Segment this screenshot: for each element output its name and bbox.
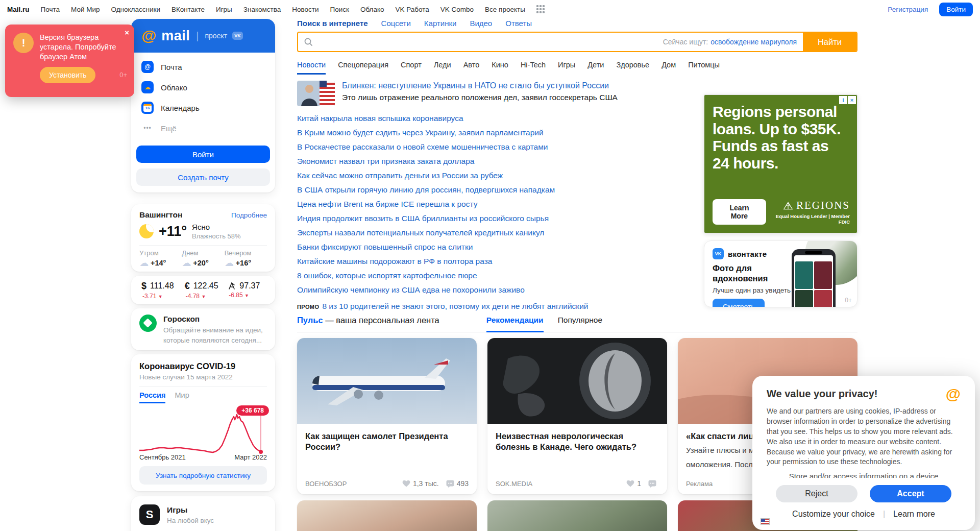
- mail-logo-header[interactable]: @ mail | проект VK: [131, 19, 275, 53]
- comments-count[interactable]: [648, 480, 659, 488]
- vk-watch-button[interactable]: Смотреть: [713, 299, 765, 307]
- pulse-card-partial[interactable]: [487, 500, 667, 531]
- card-source[interactable]: SOK.MEDIA: [496, 480, 532, 488]
- cookie-consent-dialog: We value your privacy! @ We and our part…: [752, 376, 975, 530]
- topnav-link-igry[interactable]: Игры: [216, 6, 232, 13]
- install-atom-button[interactable]: Установить: [40, 67, 95, 83]
- topnav-link-all-projects[interactable]: Все проекты: [485, 6, 525, 13]
- search-input[interactable]: [318, 33, 663, 51]
- news-link[interactable]: Китайские машины подорожают в РФ в полто…: [297, 257, 492, 266]
- mail-at-logo-icon: @: [946, 388, 961, 400]
- news-link[interactable]: Индия продолжит ввозить в США бриллианты…: [297, 214, 549, 223]
- currency-rates-widget[interactable]: $111.48 -3.71 ▼ €122.45 -4.78 ▼ 97.37 -6…: [131, 276, 275, 304]
- cookie-accept-button[interactable]: Accept: [870, 485, 951, 502]
- news-tab-zdorovie[interactable]: Здоровье: [616, 61, 649, 75]
- regions-learn-more-button[interactable]: Learn More: [713, 199, 766, 225]
- cookie-customize-link[interactable]: Customize your choice: [792, 510, 875, 519]
- news-tab-igry[interactable]: Игры: [558, 61, 575, 75]
- news-tab-novosti[interactable]: Новости: [297, 61, 326, 75]
- news-tab-avto[interactable]: Авто: [463, 61, 480, 75]
- news-link[interactable]: Банки фиксируют повышенный спрос на слит…: [297, 243, 473, 251]
- create-mail-button[interactable]: Создать почту: [136, 168, 270, 186]
- sidebar-item-cloud[interactable]: ☁ Облако: [135, 77, 271, 98]
- comments-count[interactable]: 493: [446, 479, 469, 488]
- likes-count[interactable]: 1: [626, 479, 641, 488]
- pulse-card-airplane[interactable]: Как защищен самолет Президента России? В…: [297, 338, 477, 494]
- covid-tab-world[interactable]: Мир: [175, 391, 189, 403]
- topnav-link-moymir[interactable]: Мой Мир: [71, 6, 100, 13]
- news-tab-kino[interactable]: Кино: [492, 61, 508, 75]
- pulse-tab-popular[interactable]: Популярное: [558, 316, 602, 332]
- news-link[interactable]: Китай накрыла новая вспышка коронавируса: [297, 114, 463, 123]
- close-icon[interactable]: ×: [125, 29, 129, 36]
- search-tab-video[interactable]: Видео: [470, 19, 492, 28]
- topnav-link-pochta[interactable]: Почта: [41, 6, 60, 13]
- search-tab-social[interactable]: Соцсети: [381, 19, 411, 28]
- regions-ad-banner[interactable]: i × Regions personal loans. Up to $35K. …: [704, 94, 857, 233]
- vk-ad-card[interactable]: VK вконтакте Фото для вдохновения Лучше …: [704, 240, 857, 307]
- weather-more-link[interactable]: Подробнее: [231, 211, 267, 219]
- horoscope-widget[interactable]: Гороскоп Обращайте внимание на идеи, кот…: [131, 308, 275, 350]
- news-tab-ledi[interactable]: Леди: [434, 61, 451, 75]
- promo-link[interactable]: 8 из 10 родителей не знают этого, поэтом…: [322, 302, 588, 310]
- sidebar-item-mail[interactable]: @ Почта: [135, 57, 271, 77]
- games-widget[interactable]: S Игры На любой вкус: [131, 496, 275, 531]
- pulse-card-partial[interactable]: [297, 500, 477, 531]
- pulse-card-neurology[interactable]: Неизвестная неврологическая болезнь в Ка…: [487, 338, 667, 494]
- news-tab-dom[interactable]: Дом: [662, 61, 676, 75]
- news-link[interactable]: В США открыли горячую линию для россиян,…: [297, 185, 555, 194]
- news-link[interactable]: В Роскачестве рассказали о новой схеме м…: [297, 142, 548, 151]
- now-searching-query[interactable]: освобождение мариуполя: [710, 38, 797, 46]
- news-link[interactable]: 8 ошибок, которые испортят картофельное …: [297, 271, 477, 280]
- weather-temp: +11°: [159, 224, 187, 239]
- news-tab-specoperacia[interactable]: Спецоперация: [338, 61, 388, 75]
- topnav-link-oblako[interactable]: Облако: [360, 6, 384, 13]
- covid-tab-russia[interactable]: Россия: [139, 391, 165, 403]
- ad-info-icon[interactable]: i: [839, 96, 847, 104]
- brand-mailru[interactable]: Mail.ru: [7, 6, 30, 13]
- news-link[interactable]: Экономист назвал три признака заката дол…: [297, 157, 474, 165]
- apps-grid-icon[interactable]: [536, 5, 545, 13]
- covid-stats-button[interactable]: Узнать подробную статистику: [139, 466, 267, 485]
- news-link[interactable]: Цена нефти Brent на бирже ICE перешла к …: [297, 200, 477, 208]
- topnav-link-vk-combo[interactable]: VK Combo: [440, 6, 474, 13]
- cookie-reject-button[interactable]: Reject: [776, 485, 857, 502]
- register-link[interactable]: Регистрация: [888, 6, 928, 13]
- card-title[interactable]: Неизвестная неврологическая болезнь в Ка…: [487, 424, 667, 452]
- card-title[interactable]: Как защищен самолет Президента России?: [297, 424, 477, 452]
- dollar-icon: $: [141, 281, 146, 292]
- news-tab-hitech[interactable]: Hi-Tech: [521, 61, 546, 75]
- sidebar-item-more[interactable]: ••• Ещё: [135, 118, 271, 138]
- topnav-link-znakomstva[interactable]: Знакомства: [243, 6, 281, 13]
- topnav-login-button[interactable]: Войти: [939, 3, 973, 16]
- news-link[interactable]: Эксперты назвали потенциальных получател…: [297, 228, 544, 237]
- news-tab-deti[interactable]: Дети: [587, 61, 604, 75]
- news-link[interactable]: В Крым можно будет ездить через Украину,…: [297, 128, 544, 137]
- news-item: Экономист назвал три признака заката дол…: [297, 154, 700, 168]
- lead-news-title[interactable]: Блинкен: невступление Украины в НАТО не …: [342, 81, 609, 90]
- pulse-tab-recommendations[interactable]: Рекомендации: [486, 316, 544, 332]
- cookie-learn-more-link[interactable]: Learn more: [893, 510, 935, 519]
- language-flag-icon[interactable]: [761, 518, 770, 525]
- weather-city: Вашингтон: [139, 210, 182, 220]
- lead-news[interactable]: Блинкен: невступление Украины в НАТО не …: [297, 81, 700, 109]
- news-tab-sport[interactable]: Спорт: [401, 61, 422, 75]
- news-link[interactable]: Олимпийскую чемпионку из США едва не пох…: [297, 285, 525, 294]
- search-tab-images[interactable]: Картинки: [424, 19, 457, 28]
- pulse-title[interactable]: Пульс: [297, 316, 323, 325]
- topnav-link-novosti[interactable]: Новости: [292, 6, 318, 13]
- news-tab-pitomcy[interactable]: Питомцы: [688, 61, 720, 75]
- search-tab-answers[interactable]: Ответы: [505, 19, 532, 28]
- sidebar-item-calendar[interactable]: 16 Календарь: [135, 98, 271, 118]
- topnav-link-poisk[interactable]: Поиск: [330, 6, 349, 13]
- search-tab-web[interactable]: Поиск в интернете: [297, 19, 368, 28]
- ad-close-icon[interactable]: ×: [848, 96, 856, 104]
- topnav-link-vkontakte[interactable]: ВКонтакте: [172, 6, 205, 13]
- topnav-link-odnoklassniki[interactable]: Одноклассники: [111, 6, 160, 13]
- card-source[interactable]: ВОЕНОБЗОР: [305, 480, 347, 488]
- search-submit-button[interactable]: Найти: [803, 33, 856, 51]
- likes-count[interactable]: 1,3 тыс.: [402, 479, 439, 488]
- topnav-link-vk-rabota[interactable]: VK Работа: [395, 6, 429, 13]
- news-link[interactable]: Как сейчас можно отправить деньги из Рос…: [297, 171, 503, 180]
- sidebar-login-button[interactable]: Войти: [136, 146, 270, 163]
